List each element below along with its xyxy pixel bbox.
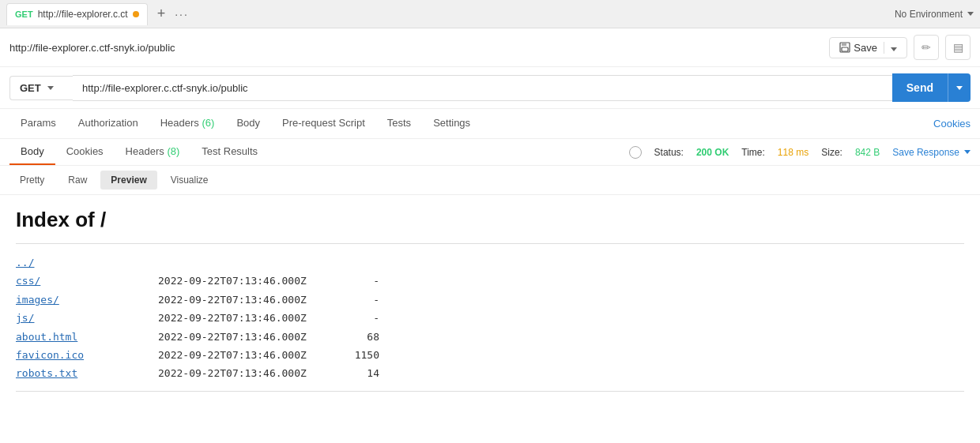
preview-tab-pretty[interactable]: Pretty (9, 171, 55, 190)
tab-unsaved-dot (133, 11, 139, 17)
file-size: 68 (332, 328, 379, 346)
preview-tabs: Pretty Raw Preview Visualize (0, 166, 980, 195)
size-label: Size: (821, 147, 842, 158)
tab-tests[interactable]: Tests (376, 109, 422, 138)
save-chevron-icon (891, 47, 897, 51)
request-row: GET Send (0, 67, 980, 109)
list-item: ../ (16, 253, 964, 272)
res-headers-label: Headers (126, 145, 164, 157)
list-item: favicon.ico2022-09-22T07:13:46.000Z1150 (16, 346, 964, 364)
file-date (158, 253, 332, 272)
file-date: 2022-09-22T07:13:46.000Z (158, 309, 332, 327)
tab-headers[interactable]: Headers (6) (149, 109, 226, 138)
file-size (332, 253, 379, 272)
cookies-link[interactable]: Cookies (933, 118, 971, 130)
svg-rect-2 (842, 47, 848, 51)
notes-button[interactable]: ▤ (945, 35, 971, 60)
tab-method: GET (15, 9, 33, 19)
environment-chevron-icon (967, 12, 974, 16)
environment-area: No Environment (895, 9, 974, 20)
list-item: robots.txt2022-09-22T07:13:46.000Z14 (16, 364, 964, 382)
tab-url: http://file-explorer.c.ct (38, 9, 128, 20)
preview-tab-visualize[interactable]: Visualize (160, 171, 219, 190)
time-value: 118 ms (778, 147, 808, 158)
tab-params[interactable]: Params (9, 109, 67, 138)
environment-dropdown[interactable]: No Environment (895, 9, 974, 20)
file-link[interactable]: css/ (16, 275, 40, 287)
page-title: Index of / (16, 208, 964, 232)
address-bar: http://file-explorer.c.ctf-snyk.io/publi… (0, 28, 980, 67)
save-button[interactable]: Save (829, 37, 907, 58)
preview-tab-raw[interactable]: Raw (58, 171, 97, 190)
res-tab-headers[interactable]: Headers (8) (115, 139, 191, 165)
request-tabs: Params Authorization Headers (6) Body Pr… (0, 109, 980, 139)
tab-settings[interactable]: Settings (422, 109, 481, 138)
method-select[interactable]: GET (9, 76, 73, 100)
list-item: js/2022-09-22T07:13:46.000Z- (16, 309, 964, 327)
save-dropdown-arrow[interactable] (884, 42, 897, 54)
edit-icon: ✏ (922, 41, 931, 54)
save-response-chevron-icon (964, 150, 971, 154)
res-tab-body[interactable]: Body (9, 139, 55, 165)
more-tabs-button[interactable]: ··· (175, 8, 189, 21)
res-tab-test-results[interactable]: Test Results (190, 139, 269, 165)
file-date: 2022-09-22T07:13:46.000Z (158, 346, 332, 364)
method-label: GET (20, 82, 41, 94)
file-link[interactable]: about.html (16, 331, 77, 343)
content-area: Index of / ../css/2022-09-22T07:13:46.00… (0, 195, 980, 432)
send-button[interactable]: Send (892, 73, 971, 102)
top-divider (16, 243, 964, 244)
request-tabs-right: Cookies (933, 110, 971, 137)
save-label: Save (854, 42, 877, 54)
bottom-divider (16, 391, 964, 392)
response-status-area: Status: 200 OK Time: 118 ms Size: 842 B … (629, 146, 971, 159)
send-chevron-icon (956, 86, 963, 90)
save-response-label: Save Response (892, 147, 959, 158)
file-date: 2022-09-22T07:13:46.000Z (158, 291, 332, 309)
file-list: ../css/2022-09-22T07:13:46.000Z-images/2… (16, 253, 964, 383)
address-display: http://file-explorer.c.ctf-snyk.io/publi… (9, 42, 823, 54)
file-link[interactable]: images/ (16, 294, 59, 306)
file-size: - (332, 272, 379, 290)
file-date: 2022-09-22T07:13:46.000Z (158, 364, 332, 382)
tab-pre-request[interactable]: Pre-request Script (271, 109, 376, 138)
send-label: Send (892, 81, 948, 94)
file-date: 2022-09-22T07:13:46.000Z (158, 328, 332, 346)
file-size: - (332, 291, 379, 309)
headers-tab-label: Headers (160, 117, 199, 129)
file-size: 1150 (332, 346, 379, 364)
list-item: about.html2022-09-22T07:13:46.000Z68 (16, 328, 964, 346)
save-response-button[interactable]: Save Response (892, 147, 971, 158)
url-input[interactable] (73, 75, 892, 101)
method-chevron-icon (47, 86, 54, 90)
file-link[interactable]: js/ (16, 312, 34, 324)
file-link[interactable]: ../ (16, 257, 34, 268)
tab-bar: GET http://file-explorer.c.ct + ··· No E… (0, 0, 980, 28)
status-label: Status: (654, 147, 684, 158)
preview-tab-preview[interactable]: Preview (100, 171, 156, 190)
time-label: Time: (741, 147, 765, 158)
tab-body[interactable]: Body (225, 109, 271, 138)
file-size: - (332, 309, 379, 327)
response-row: Body Cookies Headers (8) Test Results St… (0, 139, 980, 166)
status-value: 200 OK (696, 147, 729, 158)
edit-button[interactable]: ✏ (914, 35, 939, 60)
active-tab[interactable]: GET http://file-explorer.c.ct (6, 3, 148, 25)
file-date: 2022-09-22T07:13:46.000Z (158, 272, 332, 290)
list-item: images/2022-09-22T07:13:46.000Z- (16, 291, 964, 309)
add-tab-button[interactable]: + (153, 6, 171, 22)
save-icon (839, 42, 850, 53)
tab-authorization[interactable]: Authorization (67, 109, 149, 138)
res-headers-badge: (8) (167, 145, 179, 157)
environment-label: No Environment (895, 9, 963, 20)
file-size: 14 (332, 364, 379, 382)
headers-badge: (6) (202, 117, 214, 129)
file-link[interactable]: favicon.ico (16, 349, 84, 361)
notes-icon: ▤ (953, 41, 963, 54)
globe-icon (629, 146, 642, 159)
send-dropdown-arrow[interactable] (948, 73, 971, 102)
svg-rect-1 (842, 43, 846, 46)
res-tab-cookies[interactable]: Cookies (55, 139, 115, 165)
file-link[interactable]: robots.txt (16, 367, 77, 379)
list-item: css/2022-09-22T07:13:46.000Z- (16, 272, 964, 290)
